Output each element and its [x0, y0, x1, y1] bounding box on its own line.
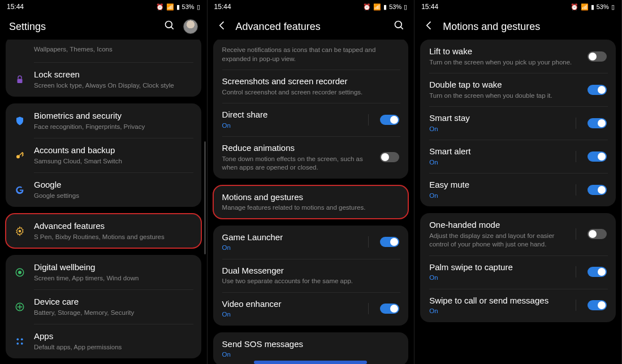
divider — [368, 114, 369, 125]
advanced-list: Receive notifications as icons that can … — [208, 40, 414, 364]
toggle-swipe-to-call[interactable] — [588, 300, 607, 310]
toggle-double-tap[interactable] — [588, 85, 607, 95]
signal-icon: ▮ — [176, 3, 180, 11]
settings-row-google[interactable]: Google Google settings — [6, 172, 201, 207]
row-screenshots[interactable]: Screenshots and screen recorder Control … — [213, 70, 409, 103]
back-icon[interactable] — [424, 20, 435, 33]
status-time: 15:44 — [7, 3, 24, 11]
settings-row-devicecare[interactable]: Device care Battery, Storage, Memory, Se… — [6, 289, 201, 324]
highlight-motions: Motions and gestures Manage features rel… — [213, 185, 409, 219]
back-icon[interactable] — [217, 20, 228, 33]
row-lift-to-wake[interactable]: Lift to wake Turn on the screen when you… — [420, 40, 616, 73]
svg-point-8 — [16, 338, 19, 340]
settings-row-accounts[interactable]: Accounts and backup Samsung Cloud, Smart… — [6, 138, 201, 172]
row-easy-mute[interactable]: Easy mute On — [420, 173, 616, 206]
avatar[interactable] — [183, 19, 198, 34]
settings-row-themes[interactable]: Wallpapers, Themes, Icons — [6, 40, 201, 62]
svg-point-6 — [19, 271, 21, 274]
row-video-enhancer[interactable]: Video enhancer On — [213, 292, 409, 326]
settings-list: Wallpapers, Themes, Icons Lock screen Sc… — [0, 40, 207, 364]
scrollbar[interactable] — [204, 141, 206, 254]
row-dual-messenger[interactable]: Dual Messenger Use two separate accounts… — [213, 259, 409, 292]
row-palm-swipe[interactable]: Palm swipe to capture On — [420, 255, 616, 289]
toggle-easy-mute[interactable] — [588, 185, 607, 195]
divider — [576, 228, 576, 240]
search-icon[interactable] — [164, 20, 175, 33]
status-time: 15:44 — [214, 3, 231, 11]
lock-icon — [14, 73, 26, 86]
motions-list: Lift to wake Turn on the screen when you… — [414, 40, 621, 364]
settings-row-apps[interactable]: Apps Default apps, App permissions — [6, 324, 201, 358]
toggle-lift-to-wake[interactable] — [588, 51, 607, 62]
row-double-tap[interactable]: Double tap to wake Turn on the screen wh… — [420, 73, 616, 106]
google-icon — [14, 184, 26, 196]
svg-point-0 — [165, 21, 172, 28]
divider — [576, 300, 576, 311]
settings-row-wellbeing[interactable]: Digital wellbeing Screen time, App timer… — [6, 255, 201, 289]
status-right: ⏰ 📶 ▮ 53% ▯ — [571, 3, 615, 11]
toggle-smart-alert[interactable] — [588, 151, 607, 162]
wifi-icon: 📶 — [373, 3, 381, 11]
svg-point-16 — [395, 21, 402, 28]
status-right: ⏰ 📶 ▮ 53% ▯ — [156, 3, 200, 11]
battery-pct: 53% — [597, 3, 609, 10]
battery-icon: ▯ — [404, 3, 407, 11]
toggle-video-enhancer[interactable] — [380, 304, 399, 314]
row-smart-popup[interactable]: Receive notifications as icons that can … — [213, 40, 409, 70]
row-sos[interactable]: Send SOS messages On — [213, 332, 409, 364]
gear-icon — [14, 225, 26, 237]
alarm-icon: ⏰ — [363, 3, 371, 11]
row-motions-gestures[interactable]: Motions and gestures Manage features rel… — [213, 185, 409, 219]
svg-rect-2 — [18, 79, 23, 83]
phone-motions: 15:44 ⏰ 📶 ▮ 53% ▯ Motions and gestures L… — [414, 0, 622, 364]
status-bar: 15:44 ⏰ 📶 ▮ 53% ▯ — [208, 0, 414, 14]
svg-point-4 — [19, 229, 21, 232]
toggle-game-launcher[interactable] — [380, 237, 399, 247]
status-bar: 15:44 ⏰ 📶 ▮ 53% ▯ — [0, 0, 207, 14]
toggle-direct-share[interactable] — [380, 115, 399, 125]
settings-row-lockscreen[interactable]: Lock screen Screen lock type, Always On … — [6, 62, 201, 97]
divider — [576, 266, 576, 278]
search-icon[interactable] — [394, 20, 405, 33]
row-game-launcher[interactable]: Game Launcher On — [213, 226, 409, 259]
toggle-smart-stay[interactable] — [588, 118, 607, 128]
alarm-icon: ⏰ — [156, 3, 164, 11]
page-title: Settings — [9, 21, 156, 33]
wifi-icon: 📶 — [166, 3, 174, 11]
toggle-one-handed[interactable] — [588, 229, 607, 239]
divider — [576, 184, 576, 196]
status-time: 15:44 — [421, 3, 438, 11]
highlight-advanced-features: Advanced features S Pen, Bixby Routines,… — [6, 214, 201, 248]
settings-row-advanced[interactable]: Advanced features S Pen, Bixby Routines,… — [6, 214, 201, 248]
battery-pct: 53% — [182, 3, 195, 10]
scroll-indicator — [254, 361, 367, 364]
divider — [576, 118, 576, 129]
svg-line-1 — [171, 27, 173, 29]
toggle-reduce-animations[interactable] — [380, 152, 399, 162]
wellbeing-icon — [14, 266, 26, 279]
status-right: ⏰ 📶 ▮ 53% ▯ — [363, 3, 407, 11]
battery-pct: 53% — [389, 3, 401, 10]
toggle-palm-swipe[interactable] — [588, 267, 607, 277]
row-smart-stay[interactable]: Smart stay On — [420, 106, 616, 140]
row-one-handed[interactable]: One-handed mode Adjust the display size … — [420, 213, 616, 255]
header: Motions and gestures — [414, 14, 621, 40]
row-smart-alert[interactable]: Smart alert On — [420, 140, 616, 173]
status-bar: 15:44 ⏰ 📶 ▮ 53% ▯ — [414, 0, 621, 14]
apps-icon — [14, 335, 26, 348]
row-direct-share[interactable]: Direct share On — [213, 103, 409, 136]
svg-point-11 — [21, 342, 23, 344]
wifi-icon: 📶 — [581, 3, 589, 11]
settings-row-biometrics[interactable]: Biometrics and security Face recognition… — [6, 103, 201, 138]
page-title: Motions and gestures — [443, 21, 612, 33]
row-swipe-to-call[interactable]: Swipe to call or send messages On — [420, 289, 616, 322]
page-title: Advanced features — [236, 21, 386, 33]
battery-icon: ▯ — [611, 3, 615, 11]
battery-icon: ▯ — [197, 3, 200, 11]
signal-icon: ▮ — [591, 3, 594, 11]
phone-advanced: 15:44 ⏰ 📶 ▮ 53% ▯ Advanced features Rece… — [208, 0, 415, 364]
themes-icon — [14, 43, 26, 55]
row-reduce-animations[interactable]: Reduce animations Tone down motion effec… — [213, 136, 409, 179]
svg-point-9 — [21, 338, 23, 340]
svg-point-10 — [16, 342, 19, 344]
